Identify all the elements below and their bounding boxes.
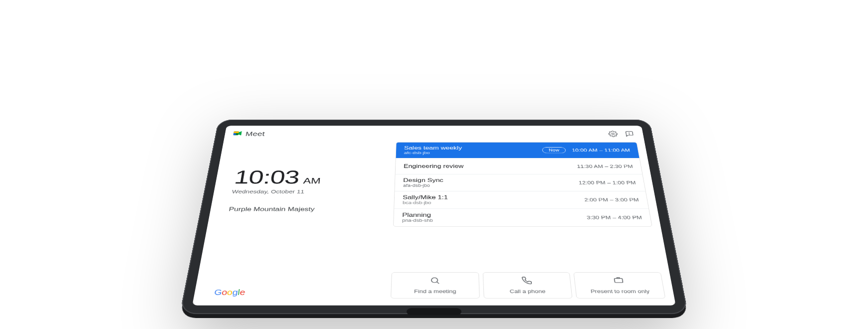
call-phone-button[interactable]: Call a phone [482, 272, 573, 298]
meeting-code: bca-dsb-jbo [403, 200, 585, 205]
svg-rect-9 [617, 278, 620, 279]
meeting-time: 10:00 AM – 11:00 AM [572, 148, 631, 153]
top-bar: Meet [223, 126, 645, 142]
find-meeting-label: Find a meeting [414, 289, 456, 294]
phone-icon [521, 276, 533, 286]
settings-icon[interactable] [607, 130, 620, 138]
clock-time: 10:03 [232, 166, 300, 188]
screen: Meet 10:03 AM [192, 126, 675, 305]
meeting-title: Engineering review [404, 164, 577, 169]
svg-rect-8 [614, 279, 623, 283]
svg-point-3 [612, 133, 614, 135]
meeting-row[interactable]: Sally/Mike 1:1bca-dsb-jbo2:00 PM – 3:00 … [394, 191, 649, 209]
action-bar: Find a meeting Call a phone [391, 267, 667, 306]
meeting-time: 12:00 PM – 1:00 PM [578, 180, 636, 185]
meet-icon [232, 130, 243, 138]
clock-ampm: AM [303, 176, 321, 186]
svg-rect-2 [233, 132, 239, 133]
tablet-home-button[interactable] [407, 308, 461, 315]
clock-panel: 10:03 AM Wednesday, October 11 Purple Mo… [212, 142, 388, 306]
present-to-room-button[interactable]: Present to room only [574, 272, 665, 298]
meeting-code: pna-dsb-shb [402, 218, 587, 223]
svg-point-5 [629, 134, 630, 135]
meeting-time: 2:00 PM – 3:00 PM [584, 197, 640, 203]
now-badge: Now [542, 147, 566, 153]
call-phone-label: Call a phone [509, 289, 546, 294]
feedback-icon[interactable] [623, 130, 636, 138]
meeting-title: Sally/Mike 1:1 [403, 194, 584, 200]
meeting-code: afc-dsb-jbo [404, 151, 543, 155]
search-icon [430, 276, 441, 286]
meeting-title: Sales team weekly [404, 146, 542, 151]
clock-date: Wednesday, October 11 [231, 189, 385, 194]
google-logo: Google [214, 288, 246, 297]
svg-line-7 [437, 282, 439, 284]
app-name: Meet [245, 131, 265, 137]
meeting-time: 11:30 AM – 2:30 PM [577, 164, 634, 168]
meeting-title: Design Sync [403, 177, 579, 183]
meeting-row[interactable]: Engineering review11:30 AM – 2:30 PM [396, 159, 643, 174]
meeting-row[interactable]: Planningpna-dsb-shb3:30 PM – 4:00 PM [394, 209, 652, 226]
meeting-code: afa-dsb-jbo [403, 183, 579, 188]
meeting-row[interactable]: Sales team weeklyafc-dsb-jboNow10:00 AM … [396, 143, 640, 159]
meeting-time: 3:30 PM – 4:00 PM [586, 215, 642, 220]
present-label: Present to room only [590, 289, 650, 294]
meeting-title: Planning [402, 212, 587, 218]
present-icon [613, 276, 625, 286]
room-name: Purple Mountain Majesty [228, 206, 385, 212]
svg-point-6 [432, 278, 438, 283]
meet-logo: Meet [232, 130, 265, 138]
meeting-row[interactable]: Design Syncafa-dsb-jbo12:00 PM – 1:00 PM [395, 174, 645, 191]
find-meeting-button[interactable]: Find a meeting [391, 272, 479, 298]
meeting-list: Sales team weeklyafc-dsb-jboNow10:00 AM … [393, 142, 652, 227]
